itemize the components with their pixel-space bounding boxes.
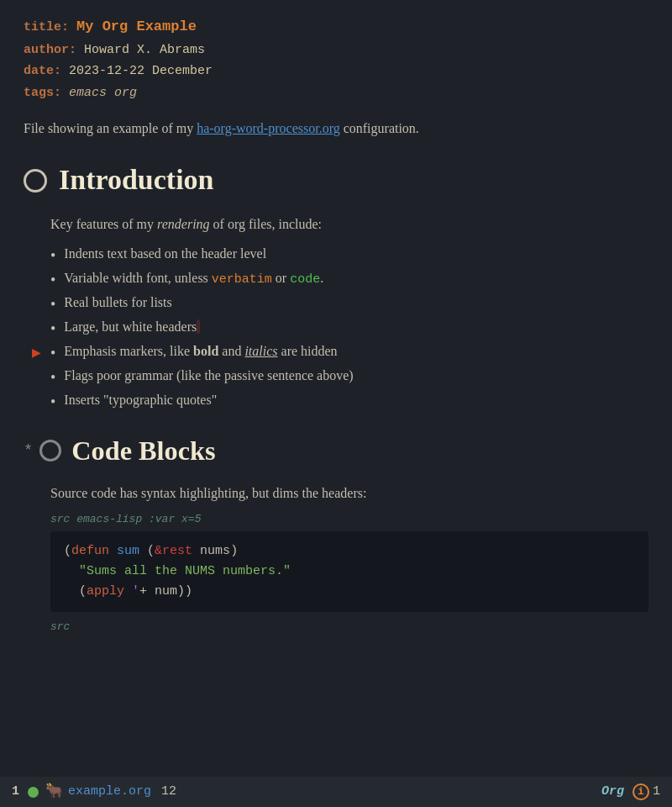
bullet-text-4: Large, but white headers <box>64 317 200 338</box>
bullet-item-2: • Variable width font, unless verbatim o… <box>50 268 648 291</box>
meta-title-value: My Org Example <box>76 18 197 34</box>
section1-desc-after: of org files, include: <box>213 217 322 231</box>
bullet-text-2: Variable width font, unless verbatim or … <box>64 268 323 289</box>
meta-author-key: author: <box>24 43 76 57</box>
meta-author-value: Howard X. Abrams <box>84 43 205 57</box>
status-emacs-icon: 🐂 <box>45 781 63 803</box>
src-label-bottom: src <box>50 619 648 636</box>
code-line-1: (defun sum (&rest nums) <box>64 541 635 562</box>
bullet-dot-2: • <box>50 269 55 291</box>
meta-title-key: title: <box>24 20 69 34</box>
line-arrow-icon: ▶ <box>32 344 41 362</box>
meta-block: title: My Org Example author: Howard X. … <box>24 15 648 103</box>
code-block: (defun sum (&rest nums) "Sums all the NU… <box>50 531 648 612</box>
bullet-item-4: • Large, but white headers <box>50 317 648 340</box>
section1-bullet-list: • Indents text based on the header level… <box>50 244 648 414</box>
status-dot-icon <box>28 787 39 798</box>
bullet-text-3: Real bullets for lists <box>64 293 171 314</box>
meta-date-value: 2023-12-22 December <box>69 64 213 78</box>
bullet-dot-6: • <box>50 367 55 388</box>
verbatim-text: verbatim <box>212 272 272 287</box>
section1-body: Key features of my rendering of org file… <box>24 214 648 413</box>
bold-text: bold <box>193 344 218 358</box>
bullet-dot-1: • <box>50 245 55 266</box>
bullet-text-1: Indents text based on the header level <box>64 244 266 265</box>
status-info-num: 1 <box>653 782 660 801</box>
intro-text-before: File showing an example of my <box>24 121 197 135</box>
section2-circle-icon <box>39 440 61 462</box>
bullet-dot-4: • <box>50 318 55 340</box>
status-filename[interactable]: example.org <box>68 782 151 801</box>
section2-header: * Code Blocks <box>24 430 648 472</box>
section2-prefix: * <box>24 439 33 463</box>
section2-body: Source code has syntax highlighting, but… <box>24 483 648 636</box>
meta-title-line: title: My Org Example <box>24 15 648 40</box>
bullet-item-3: • Real bullets for lists <box>50 293 648 315</box>
bullet-dot-3: • <box>50 293 55 315</box>
status-line-number: 1 <box>12 782 19 801</box>
section1-desc: Key features of my rendering of org file… <box>50 214 648 235</box>
meta-tags-key: tags: <box>24 86 61 100</box>
italic-text: italics <box>244 344 277 358</box>
code-line-2: "Sums all the NUMS numbers." <box>64 562 635 582</box>
code-line-3: (apply '+ num)) <box>64 582 635 602</box>
intro-text-after: configuration. <box>344 121 419 135</box>
section2-title: Code Blocks <box>71 430 215 472</box>
section1-desc-before: Key features of my <box>50 217 157 231</box>
status-col: 12 <box>161 782 176 801</box>
bullet-item-7: • Inserts "typographic quotes" <box>50 390 648 413</box>
intro-link[interactable]: ha-org-word-processor.org <box>197 121 339 135</box>
status-info-icon: i <box>633 783 649 800</box>
section1-circle-icon <box>24 169 47 193</box>
meta-tags-value: emacs org <box>69 86 137 100</box>
main-content: title: My Org Example author: Howard X. … <box>0 0 672 777</box>
meta-date-line: date: 2023-12-22 December <box>24 61 648 82</box>
bullet-item-6: • Flags poor grammar (like the passive s… <box>50 366 648 388</box>
bullet-text-5: Emphasis markers, like bold and italics … <box>64 341 337 362</box>
src-label-top: src emacs-lisp :var x=5 <box>50 511 648 528</box>
code-text: code <box>290 272 320 287</box>
meta-tags-line: tags: emacs org <box>24 82 648 104</box>
intro-paragraph: File showing an example of my ha-org-wor… <box>24 119 648 140</box>
bullet-item-5: ▶ • Emphasis markers, like bold and ital… <box>50 341 648 364</box>
meta-date-key: date: <box>24 64 61 78</box>
bullet-item-1: • Indents text based on the header level <box>50 244 648 266</box>
bullet-text-7: Inserts "typographic quotes" <box>64 390 217 411</box>
bullet-dot-7: • <box>50 391 55 413</box>
section2-desc: Source code has syntax highlighting, but… <box>50 483 648 504</box>
meta-author-line: author: Howard X. Abrams <box>24 40 648 61</box>
section1-desc-italic: rendering <box>157 217 210 231</box>
section1-title: Introduction <box>59 158 214 203</box>
status-bar: 1 🐂 example.org 12 Org i 1 <box>0 777 672 807</box>
bullet-text-6: Flags poor grammar (like the passive sen… <box>64 366 353 387</box>
status-mode: Org <box>601 782 624 801</box>
section1-header: Introduction <box>24 158 648 203</box>
cursor <box>197 319 200 334</box>
bullet-dot-5: • <box>50 342 55 364</box>
